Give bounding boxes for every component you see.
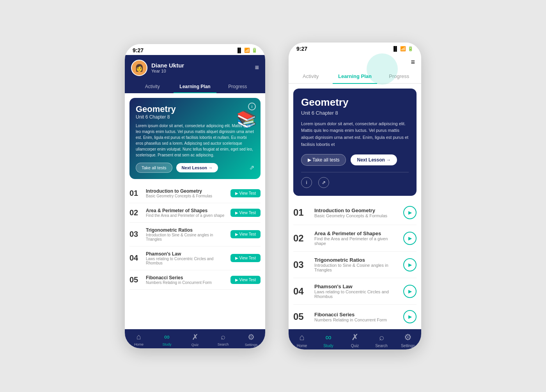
nav-study-1[interactable]: ∞ Study	[153, 332, 181, 347]
status-time-2: 9:27	[296, 46, 307, 52]
p2-lesson-number-4: 04	[293, 286, 309, 297]
p2-lesson-item-1: 01 Introduction to Geometry Basic Geomet…	[293, 200, 417, 225]
profile-year: Year 10	[151, 69, 184, 73]
hero-buttons-2: ▶ Take all tests Next Lesson →	[301, 154, 409, 166]
p2-lesson-info-5: Fibonacci Series Numbers Relating in Con…	[314, 312, 398, 322]
nav2-settings[interactable]: ⚙ Settings	[395, 332, 421, 348]
p2-lesson-desc-1: Basic Geometry Concepts & Formulas	[314, 213, 398, 218]
lesson-info-2: Area & Perimeter of Shapes Find the Area…	[146, 208, 227, 218]
lesson-title-5: Fibonacci Series	[146, 275, 227, 280]
nav2-home[interactable]: ⌂ Home	[289, 332, 315, 348]
view-test-button-3[interactable]: ▶ View Test	[230, 230, 261, 238]
tab-learning-plan-1[interactable]: Learning Plan	[174, 81, 216, 93]
search-icon-2: ⌕	[379, 332, 384, 342]
tab-progress-1[interactable]: Progress	[216, 81, 259, 93]
lesson-number-2: 02	[129, 208, 142, 217]
profile-row: 👩 Diane Uktur Year 10 ≡	[131, 60, 259, 76]
view-test-button-4[interactable]: ▶ View Test	[230, 254, 261, 262]
menu-icon[interactable]: ≡	[255, 64, 259, 72]
play-button-4[interactable]: ▶	[403, 285, 417, 298]
signal-icon: ▐▌	[236, 48, 243, 53]
nav2-quiz[interactable]: ✗ Quiz	[342, 332, 368, 348]
play-button-2[interactable]: ▶	[403, 232, 417, 245]
p2-lesson-item-3: 03 Trigonometric Ratios Introduction to …	[293, 252, 417, 278]
lesson-info-1: Introduction to Geometry Basic Geometry …	[146, 188, 227, 198]
p2-lesson-title-5: Fibonacci Series	[314, 312, 398, 318]
study-icon-2: ∞	[325, 332, 332, 342]
next-lesson-button-2[interactable]: Next Lesson →	[351, 154, 397, 165]
view-test-button-2[interactable]: ▶ View Test	[230, 209, 261, 217]
settings-icon-1: ⚙	[248, 332, 255, 342]
hero-card-1: i 📚 Geometry Unit 6 Chapter 8 Lorem ipsu…	[129, 98, 261, 179]
hero-card-2: Geometry Unit 6 Chapter 8 Lorem ipsum do…	[293, 89, 417, 196]
lesson-item-4: 04 Phamson's Law Laws relating to Concen…	[129, 247, 261, 270]
info-icon-1[interactable]: i	[248, 103, 256, 110]
lesson-info-4: Phamson's Law Laws relating to Concentri…	[146, 251, 227, 265]
lesson-item-5: 05 Fibonacci Series Numbers Relating in …	[129, 270, 261, 290]
next-lesson-button-1[interactable]: Next Lesson →	[176, 163, 218, 172]
quiz-label-2: Quiz	[351, 344, 359, 348]
p2-lesson-desc-5: Numbers Relating in Concurrent Form	[314, 318, 398, 322]
tab-activity-1[interactable]: Activity	[131, 81, 174, 93]
phone1-header: 👩 Diane Uktur Year 10 ≡ Activity Learnin…	[125, 55, 265, 93]
p2-lesson-info-3: Trigonometric Ratios Introduction to Sin…	[314, 257, 398, 272]
phone2: 9:27 ▐▌ 📶 🔋 ≡ Activity Learning Plan Pro…	[289, 43, 421, 349]
p2-lesson-number-2: 02	[293, 233, 309, 244]
home-label-2: Home	[297, 344, 307, 348]
battery-icon-2: 🔋	[408, 46, 413, 51]
hero-title-2: Geometry	[301, 96, 409, 108]
settings-label-2: Settings	[401, 344, 415, 348]
quiz-label-1: Quiz	[191, 343, 199, 347]
lesson-desc-1: Basic Geometry Concepts & Formulas	[146, 194, 227, 198]
play-button-3[interactable]: ▶	[403, 258, 417, 271]
take-all-tests-button-2[interactable]: ▶ Take all tests	[301, 154, 346, 166]
hero-description-2: Lorem ipsum dolor sit amet, consectetur …	[301, 121, 409, 148]
p2-lesson-desc-3: Introduction to Sine & Cosine angles in …	[314, 263, 398, 272]
tab-activity-2[interactable]: Activity	[289, 69, 333, 84]
menu-icon-2[interactable]: ≡	[411, 58, 415, 66]
nav-search-1[interactable]: ⌕ Search	[209, 332, 237, 347]
lesson-item-3: 03 Trigonometric Ratios Introduction to …	[129, 223, 261, 247]
study-icon-1: ∞	[164, 332, 170, 341]
p2-lesson-title-2: Area & Perimeter of Shapes	[314, 231, 398, 236]
status-time-1: 9:27	[133, 47, 144, 53]
status-icons-1: ▐▌ 📶 🔋	[236, 48, 257, 53]
nav-quiz-1[interactable]: ✗ Quiz	[181, 332, 209, 347]
take-all-tests-button-1[interactable]: Take all tests	[136, 163, 172, 173]
p2-lesson-info-4: Phamson's Law Laws relating to Concentri…	[314, 284, 398, 299]
lesson-number-4: 04	[129, 254, 142, 263]
p2-lesson-item-2: 02 Area & Perimeter of Shapes Find the A…	[293, 225, 417, 252]
nav2-study[interactable]: ∞ Study	[315, 332, 342, 348]
lesson-title-4: Phamson's Law	[146, 251, 227, 257]
study-label-2: Study	[323, 344, 333, 348]
status-bar-1: 9:27 ▐▌ 📶 🔋	[125, 44, 265, 55]
view-test-button-1[interactable]: ▶ View Test	[230, 189, 261, 197]
nav2-search[interactable]: ⌕ Search	[368, 332, 395, 348]
avatar: 👩	[131, 60, 147, 76]
lesson-item-1: 01 Introduction to Geometry Basic Geomet…	[129, 184, 261, 203]
lesson-info-5: Fibonacci Series Numbers Relating in Con…	[146, 275, 227, 285]
lesson-number-3: 03	[129, 230, 142, 239]
nav-tabs-2: Activity Learning Plan Progress	[289, 69, 421, 84]
p2-lesson-title-1: Introduction to Geometry	[314, 208, 398, 213]
home-icon-2: ⌂	[299, 332, 304, 342]
lesson-title-2: Area & Perimeter of Shapes	[146, 208, 227, 213]
lesson-number-1: 01	[129, 189, 142, 198]
nav-settings-1[interactable]: ⚙ Settings	[237, 332, 265, 347]
view-test-button-5[interactable]: ▶ View Test	[230, 276, 261, 284]
play-button-1[interactable]: ▶	[403, 206, 417, 219]
lesson-desc-3: Introduction to Sine & Cosine angles in …	[146, 233, 227, 241]
lesson-title-1: Introduction to Geometry	[146, 188, 227, 194]
nav-home-1[interactable]: ⌂ Home	[125, 332, 153, 347]
play-button-5[interactable]: ▶	[403, 310, 417, 323]
bottom-nav-1: ⌂ Home ∞ Study ✗ Quiz ⌕ Search ⚙ Setting…	[125, 329, 265, 348]
lesson-title-3: Trigonometric Ratios	[146, 227, 227, 233]
share-icon-2[interactable]: ⇗	[318, 177, 329, 188]
p2-lesson-title-3: Trigonometric Ratios	[314, 257, 398, 263]
share-icon-1[interactable]: ⇗	[249, 164, 254, 171]
phone1: 9:27 ▐▌ 📶 🔋 👩 Diane Uktur Year 10 ≡ Acti…	[125, 44, 265, 348]
nav-tabs-1: Activity Learning Plan Progress	[131, 81, 259, 93]
info-icon-2[interactable]: i	[301, 177, 312, 188]
p2-lesson-desc-4: Laws relating to Concentric Circles and …	[314, 289, 398, 299]
hero-buttons-1: Take all tests Next Lesson → ⇗	[136, 163, 254, 173]
